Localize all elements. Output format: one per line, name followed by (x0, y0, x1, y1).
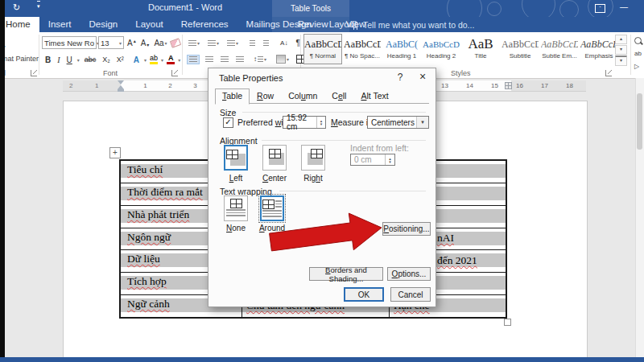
ruler-number: 14 (457, 80, 482, 91)
font-name-combo[interactable]: Times New Ro▾ (42, 36, 97, 49)
preferred-width-checkbox[interactable]: ✓ (223, 117, 233, 128)
table-move-handle[interactable]: + (109, 147, 121, 158)
dialog-tab[interactable]: Table (215, 88, 250, 105)
justify-button[interactable] (234, 56, 246, 64)
wrap-none-option[interactable] (224, 195, 248, 221)
ribbon-tab[interactable]: References (172, 17, 237, 32)
hanging-indent-marker[interactable] (118, 85, 124, 92)
dialog-tab[interactable]: Cell (324, 88, 353, 105)
dialog-title: Table Properties (219, 73, 283, 83)
indent-spinner: ▴▾ (385, 154, 394, 165)
dropdown-arrow-icon: ▾ (416, 117, 428, 128)
decorative-circle (447, 0, 482, 17)
ribbon-tab[interactable]: Insert (39, 17, 80, 32)
bullets-button[interactable]: ▾ (187, 39, 201, 47)
change-case-button[interactable]: Aa▾ (152, 38, 168, 48)
ribbon-display-options-icon[interactable]: ˆ (595, 4, 605, 13)
style-gallery-item[interactable]: AaBbCcDc ¶ No Spac... (343, 34, 382, 64)
dialog-tab[interactable]: Alt Text (353, 88, 395, 105)
ribbon-tab[interactable]: Design (80, 17, 126, 32)
cancel-button[interactable]: Cancel (390, 287, 431, 302)
style-gallery-item[interactable]: AaBbCcDi Subtle Em... (540, 34, 579, 64)
style-sample: AaB (462, 36, 499, 52)
align-center-button[interactable] (204, 56, 215, 64)
style-sample: AaBbCcDi (580, 36, 617, 52)
font-size-combo[interactable]: 13▾ (98, 36, 124, 49)
minimize-button[interactable]: — (620, 2, 628, 11)
font-dialog-launcher-icon[interactable] (171, 70, 178, 76)
style-gallery-item[interactable]: AaBbCcDi Emphasis (580, 34, 618, 64)
shrink-font-button[interactable]: A▾ (139, 38, 151, 48)
clipboard-dialog-launcher-icon[interactable] (31, 70, 37, 76)
ok-button[interactable]: OK (344, 287, 384, 302)
help-button[interactable]: ? (394, 72, 407, 83)
style-gallery-item[interactable]: AaBbCcDc ¶ Normal (303, 34, 342, 64)
close-icon[interactable]: × (416, 70, 429, 83)
undo-icon[interactable]: ↻ (13, 2, 20, 13)
screen-edge-strip (0, 0, 5, 357)
align-right-button[interactable] (219, 56, 230, 64)
strikethrough-button[interactable]: abc (83, 55, 98, 64)
grow-font-button[interactable]: A▴ (126, 38, 138, 48)
ribbon-context-tab[interactable]: Design (274, 17, 320, 32)
underline-button[interactable]: U (65, 55, 74, 65)
style-gallery-item[interactable]: AaBbCcD Subtitle (501, 34, 539, 64)
vertical-scrollbar-thumb[interactable] (637, 93, 642, 150)
font-color-button[interactable]: A (167, 55, 175, 64)
align-left-option[interactable] (224, 145, 248, 171)
styles-scroll-down-icon[interactable]: ▾ (615, 45, 627, 55)
styles-dialog-launcher-icon[interactable] (605, 70, 612, 76)
group-rule (262, 140, 426, 141)
align-center-label: Center (258, 174, 291, 183)
dialog-tab[interactable]: Row (250, 88, 281, 105)
highlight-button[interactable]: ab (150, 55, 158, 64)
options-button[interactable]: Options... (387, 267, 431, 281)
borders-and-shading-button[interactable]: Borders and Shading... (309, 267, 383, 281)
superscript-button[interactable]: X² (115, 55, 126, 64)
ribbon-tab[interactable]: Layout (126, 17, 172, 32)
subscript-button[interactable]: X₂ (101, 55, 112, 64)
red-pointer-arrow (256, 204, 393, 260)
lightbulb-icon (351, 21, 358, 28)
bold-button[interactable]: B (43, 55, 52, 65)
align-right-option[interactable] (301, 145, 325, 171)
first-line-indent-marker[interactable] (118, 80, 124, 84)
font-size-value: 13 (101, 39, 109, 47)
sort-button[interactable]: A↓ (279, 39, 289, 47)
table-column-marker[interactable] (505, 82, 512, 89)
preferred-width-input[interactable]: 15.92 cm ▴▾ (283, 116, 326, 129)
table-resize-handle[interactable] (504, 319, 511, 326)
show-paragraph-marks-button[interactable]: ¶ (294, 38, 301, 48)
align-center-option[interactable] (262, 145, 287, 171)
clear-formatting-icon[interactable] (169, 38, 180, 48)
styles-scroll-up-icon[interactable]: ▴ (615, 35, 627, 44)
style-gallery-item[interactable]: AaBbC( Heading 1 (382, 34, 421, 64)
italic-button[interactable]: I (56, 55, 61, 65)
replace-icon[interactable]: ab (634, 50, 642, 57)
line-spacing-button[interactable]: ↕▾ (252, 55, 268, 64)
align-right-label: Right (297, 174, 329, 183)
align-left-label: Left (220, 174, 252, 183)
width-spinner[interactable]: ▴▾ (316, 117, 325, 128)
numbering-button[interactable]: ▾ (206, 39, 221, 47)
find-icon[interactable] (634, 37, 642, 44)
format-painter-button[interactable]: mat Painter (2, 55, 39, 63)
style-name: Subtle Em... (541, 52, 578, 60)
align-left-button[interactable] (187, 55, 200, 64)
style-gallery-item[interactable]: AaB Title (461, 34, 500, 64)
styles-more-icon[interactable]: ▾ (615, 56, 627, 66)
text-effects-button[interactable]: A (132, 55, 141, 65)
increase-indent-button[interactable] (262, 39, 270, 47)
qat-customize-icon[interactable]: ▾ (37, 1, 40, 10)
shading-button[interactable]: ▾ (275, 54, 291, 64)
style-gallery-item[interactable]: AaBbCcD Heading 2 (422, 34, 460, 64)
select-icon[interactable]: ▷ (634, 63, 639, 70)
ribbon-tab[interactable]: Home (0, 17, 39, 32)
tell-me-box[interactable]: Tell me what you want to do... (351, 17, 474, 32)
decrease-indent-button[interactable] (248, 39, 257, 47)
style-sample: AaBbCcD (502, 36, 539, 52)
dialog-tab[interactable]: Column (281, 88, 324, 105)
measure-in-dropdown[interactable]: Centimeters ▾ (367, 116, 429, 129)
multilevel-list-button[interactable]: ▾ (225, 39, 240, 47)
ruler-number: 18 (557, 80, 582, 91)
